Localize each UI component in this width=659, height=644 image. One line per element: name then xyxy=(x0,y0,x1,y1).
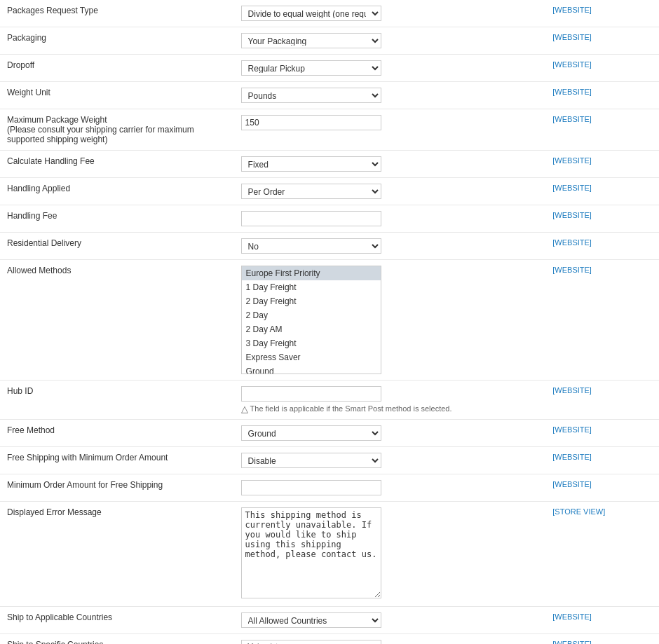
input-cell-free-shipping-min-order: DisableEnable xyxy=(234,447,546,474)
label-max-package-weight: Maximum Package Weight(Please consult yo… xyxy=(0,109,234,151)
row-free-method: Free MethodGroundNoneEurope First Priori… xyxy=(0,420,659,447)
scope-link-free-shipping-min-order[interactable]: [WEBSITE] xyxy=(552,453,592,461)
scope-allowed-methods[interactable]: [WEBSITE] xyxy=(545,260,659,381)
scope-packages-request-type[interactable]: [WEBSITE] xyxy=(545,0,659,27)
scope-calculate-handling-fee[interactable]: [WEBSITE] xyxy=(545,151,659,178)
row-ship-to-applicable-countries: Ship to Applicable CountriesAll Allowed … xyxy=(0,607,659,634)
countries-listbox-ship-to-specific-countries[interactable]: AfghanistanÅland IslandsAlbaniaAlgeriaAm… xyxy=(241,640,381,644)
label-weight-unit: Weight Unit xyxy=(0,82,234,109)
input-hub-id[interactable] xyxy=(241,386,381,402)
label-free-method: Free Method xyxy=(0,420,234,447)
row-handling-fee: Handling Fee[WEBSITE] xyxy=(0,205,659,233)
row-packaging: PackagingYour PackagingFedEx EnvelopeFed… xyxy=(0,27,659,55)
scope-link-displayed-error-message[interactable]: [STORE VIEW] xyxy=(552,507,605,516)
scope-free-method[interactable]: [WEBSITE] xyxy=(545,420,659,447)
input-min-order-amount-free[interactable] xyxy=(241,480,381,495)
scope-dropoff[interactable]: [WEBSITE] xyxy=(545,55,659,82)
listbox-item[interactable]: Ground xyxy=(242,364,381,374)
scope-link-handling-fee[interactable]: [WEBSITE] xyxy=(552,211,592,219)
label-packaging: Packaging xyxy=(0,27,234,55)
row-calculate-handling-fee: Calculate Handling FeeFixedPercent[WEBSI… xyxy=(0,151,659,178)
row-max-package-weight: Maximum Package Weight(Please consult yo… xyxy=(0,109,659,151)
select-ship-to-applicable-countries[interactable]: All Allowed CountriesSpecific Countries xyxy=(241,612,381,628)
input-max-package-weight[interactable] xyxy=(241,115,381,130)
select-free-method[interactable]: GroundNoneEurope First Priority1 Day Fre… xyxy=(241,425,381,441)
select-weight-unit[interactable]: PoundsKilograms xyxy=(241,88,381,103)
input-cell-packaging: Your PackagingFedEx EnvelopeFedEx Box xyxy=(234,27,546,55)
select-dropoff[interactable]: Regular PickupRequest CourierDrop BoxBus… xyxy=(241,60,381,76)
row-allowed-methods: Allowed MethodsEurope First Priority1 Da… xyxy=(0,260,659,381)
input-cell-allowed-methods: Europe First Priority1 Day Freight2 Day … xyxy=(234,260,546,381)
label-packages-request-type: Packages Request Type xyxy=(0,0,234,27)
scope-handling-applied[interactable]: [WEBSITE] xyxy=(545,178,659,205)
listbox-item[interactable]: 2 Day Freight xyxy=(242,294,381,308)
hint-hub-id: △The field is applicable if the Smart Po… xyxy=(241,404,539,413)
listbox-allowed-methods[interactable]: Europe First Priority1 Day Freight2 Day … xyxy=(241,266,381,374)
country-item[interactable]: Afghanistan xyxy=(242,640,381,644)
scope-link-ship-to-applicable-countries[interactable]: [WEBSITE] xyxy=(552,612,592,621)
scope-free-shipping-min-order[interactable]: [WEBSITE] xyxy=(545,447,659,474)
scope-hub-id[interactable]: [WEBSITE] xyxy=(545,381,659,420)
scope-residential-delivery[interactable]: [WEBSITE] xyxy=(545,233,659,260)
input-cell-displayed-error-message: This shipping method is currently unavai… xyxy=(234,502,546,607)
listbox-item[interactable]: Europe First Priority xyxy=(242,266,381,280)
input-cell-weight-unit: PoundsKilograms xyxy=(234,82,546,109)
scope-weight-unit[interactable]: [WEBSITE] xyxy=(545,82,659,109)
select-residential-delivery[interactable]: NoYes xyxy=(241,238,381,254)
select-calculate-handling-fee[interactable]: FixedPercent xyxy=(241,156,381,172)
label-calculate-handling-fee: Calculate Handling Fee xyxy=(0,151,234,178)
scope-min-order-amount-free[interactable]: [WEBSITE] xyxy=(545,474,659,502)
scope-link-calculate-handling-fee[interactable]: [WEBSITE] xyxy=(552,156,592,165)
row-ship-to-specific-countries: Ship to Specific CountriesAfghanistanÅla… xyxy=(0,634,659,645)
input-cell-min-order-amount-free xyxy=(234,474,546,502)
scope-link-packaging[interactable]: [WEBSITE] xyxy=(552,33,592,41)
scope-link-weight-unit[interactable]: [WEBSITE] xyxy=(552,88,592,96)
scope-link-handling-applied[interactable]: [WEBSITE] xyxy=(552,184,592,192)
label-handling-applied: Handling Applied xyxy=(0,178,234,205)
label-handling-fee: Handling Fee xyxy=(0,205,234,233)
scope-link-ship-to-specific-countries[interactable]: [WEBSITE] xyxy=(552,640,592,644)
scope-link-hub-id[interactable]: [WEBSITE] xyxy=(552,386,592,395)
scope-displayed-error-message[interactable]: [STORE VIEW] xyxy=(545,502,659,607)
scope-link-dropoff[interactable]: [WEBSITE] xyxy=(552,60,592,69)
listbox-item[interactable]: Express Saver xyxy=(242,350,381,364)
input-cell-dropoff: Regular PickupRequest CourierDrop BoxBus… xyxy=(234,55,546,82)
input-cell-hub-id: △The field is applicable if the Smart Po… xyxy=(234,381,546,420)
settings-form: Packages Request TypeDivide to equal wei… xyxy=(0,0,659,644)
scope-link-max-package-weight[interactable]: [WEBSITE] xyxy=(552,115,592,123)
scope-link-allowed-methods[interactable]: [WEBSITE] xyxy=(552,266,592,274)
listbox-item[interactable]: 3 Day Freight xyxy=(242,336,381,350)
input-handling-fee[interactable] xyxy=(241,211,381,226)
label-ship-to-applicable-countries: Ship to Applicable Countries xyxy=(0,607,234,634)
row-weight-unit: Weight UnitPoundsKilograms[WEBSITE] xyxy=(0,82,659,109)
select-handling-applied[interactable]: Per OrderPer Package xyxy=(241,184,381,199)
scope-link-packages-request-type[interactable]: [WEBSITE] xyxy=(552,6,592,14)
input-cell-free-method: GroundNoneEurope First Priority1 Day Fre… xyxy=(234,420,546,447)
row-hub-id: Hub ID△The field is applicable if the Sm… xyxy=(0,381,659,420)
label-hub-id: Hub ID xyxy=(0,381,234,420)
listbox-item[interactable]: 2 Day AM xyxy=(242,322,381,336)
scope-max-package-weight[interactable]: [WEBSITE] xyxy=(545,109,659,151)
input-cell-calculate-handling-fee: FixedPercent xyxy=(234,151,546,178)
select-packaging[interactable]: Your PackagingFedEx EnvelopeFedEx Box xyxy=(241,33,381,48)
listbox-item[interactable]: 2 Day xyxy=(242,308,381,322)
select-free-shipping-min-order[interactable]: DisableEnable xyxy=(241,453,381,468)
row-free-shipping-min-order: Free Shipping with Minimum Order AmountD… xyxy=(0,447,659,474)
scope-ship-to-specific-countries[interactable]: [WEBSITE] xyxy=(545,634,659,645)
scope-packaging[interactable]: [WEBSITE] xyxy=(545,27,659,55)
textarea-displayed-error-message[interactable]: This shipping method is currently unavai… xyxy=(241,507,381,598)
row-packages-request-type: Packages Request TypeDivide to equal wei… xyxy=(0,0,659,27)
row-residential-delivery: Residential DeliveryNoYes[WEBSITE] xyxy=(0,233,659,260)
select-packages-request-type[interactable]: Divide to equal weight (one request)Use … xyxy=(241,6,381,21)
row-displayed-error-message: Displayed Error MessageThis shipping met… xyxy=(0,502,659,607)
label-displayed-error-message: Displayed Error Message xyxy=(0,502,234,607)
row-handling-applied: Handling AppliedPer OrderPer Package[WEB… xyxy=(0,178,659,205)
label-ship-to-specific-countries: Ship to Specific Countries xyxy=(0,634,234,645)
scope-link-min-order-amount-free[interactable]: [WEBSITE] xyxy=(552,480,592,488)
scope-link-residential-delivery[interactable]: [WEBSITE] xyxy=(552,238,592,247)
scope-link-free-method[interactable]: [WEBSITE] xyxy=(552,425,592,434)
scope-handling-fee[interactable]: [WEBSITE] xyxy=(545,205,659,233)
scope-ship-to-applicable-countries[interactable]: [WEBSITE] xyxy=(545,607,659,634)
listbox-item[interactable]: 1 Day Freight xyxy=(242,280,381,294)
row-dropoff: DropoffRegular PickupRequest CourierDrop… xyxy=(0,55,659,82)
